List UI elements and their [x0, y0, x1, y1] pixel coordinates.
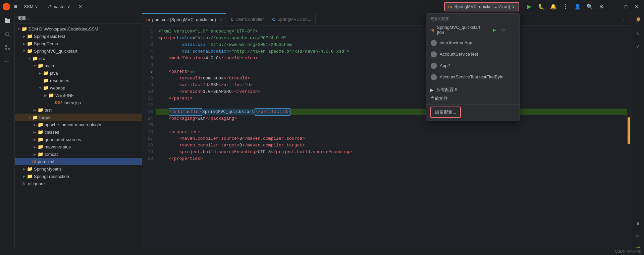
tree-item-maven-status[interactable]: ▶ 📁 maven-status	[15, 143, 142, 150]
main-layout: ··· 项目 ∨ ▼ 📁 SSM D:\Workspace\Code\idea\…	[0, 13, 644, 255]
right-icon-arrow-down[interactable]: ∨	[632, 40, 644, 52]
dropdown-item-springmvc[interactable]: m SpringMVC_quickstart [ton ▶ ⚙ ⋮	[426, 23, 520, 37]
dropdown-item-testfindbyid[interactable]: ⬤ AccountServiceTest.testFindById	[426, 71, 520, 82]
run-config-dropdown[interactable]: 最近的配置 m SpringMVC_quickstart [ton ▶ ⚙ ⋮ …	[426, 13, 520, 121]
tree-item-springbasictest[interactable]: ▶ 📁 SpringBasicTest	[15, 33, 142, 40]
tree-item-tomcat-maven[interactable]: ▶ 📁 apache-tomcat-maven-plugin	[15, 121, 142, 128]
expand-arrow: ▼	[21, 48, 27, 54]
tab-icon: C	[230, 17, 233, 22]
dropdown-section-title: 最近的配置	[426, 14, 520, 23]
app-logo: 🔴	[3, 3, 10, 10]
settings-button[interactable]: ⚙	[597, 2, 606, 11]
dot-icon: ⬤	[430, 62, 437, 69]
tree-item-springmvc[interactable]: ▼ 📁 SpringMVC_quickstart	[15, 47, 142, 55]
tree-item-main[interactable]: ▼ 📁 main	[15, 62, 142, 69]
tree-item-test[interactable]: ▶ 📁 test	[15, 106, 142, 114]
folder-icon: 📁	[38, 122, 43, 127]
tree-item-tomcat[interactable]: ▶ 📁 tomcat	[15, 150, 142, 158]
expand-arrow: ▶	[32, 122, 38, 127]
profile-button[interactable]: 👤	[573, 2, 582, 11]
folder-icon: 📁	[27, 34, 33, 39]
tree-item-webinf[interactable]: ▶ 📁 WEB-INF	[15, 91, 142, 99]
tree-item-springdemo[interactable]: ▶ 📁 SpringDemo	[15, 40, 142, 47]
sidebar-item-search[interactable]	[1, 28, 13, 40]
current-file-label: 当前文件	[430, 95, 448, 102]
expand-arrow: ▼	[38, 85, 43, 90]
code-line-1: <?xml version="1.0" encoding="UTF-8"?>	[156, 28, 627, 35]
tree-item-ssm[interactable]: ▼ 📁 SSM D:\Workspace\Code\idea\SSM	[15, 25, 142, 33]
more-action-btn[interactable]: ⋮	[508, 26, 516, 34]
expand-arrow	[38, 78, 43, 83]
tree-item-target[interactable]: ▼ 📁 target	[15, 114, 142, 121]
dropdown-item-app[interactable]: ⬤ com.itheima.App	[426, 37, 520, 48]
more-options-button[interactable]: ⋮	[561, 2, 570, 11]
hamburger-menu[interactable]: ≡	[13, 2, 18, 11]
tree-item-classes[interactable]: ▶ 📁 classes	[15, 128, 142, 136]
dropdown-current-file[interactable]: 当前文件	[426, 94, 520, 103]
toolbar-actions: ▶ 🐛 🔔 ⋮ 👤 🔍 ⚙	[525, 2, 606, 11]
run-action-btn[interactable]: ▶	[491, 26, 498, 34]
scrollbar-thumb[interactable]	[628, 117, 630, 144]
tree-item-resources[interactable]: 📁 resources	[15, 77, 142, 84]
minimize-button[interactable]: ─	[610, 2, 620, 11]
dropdown-item-label: com.itheima.App	[440, 40, 472, 45]
line-num-15: 15	[142, 122, 153, 129]
tab-label: SpringMVCCon...	[277, 17, 311, 22]
line-num-4: 4	[142, 48, 153, 55]
right-icon-d[interactable]: D	[632, 230, 644, 242]
folder-icon: 📁	[43, 85, 49, 90]
dropdown-item-label: AccountServiceTest	[440, 52, 478, 57]
svg-point-0	[5, 32, 9, 36]
sidebar-item-more[interactable]: ···	[1, 55, 13, 67]
sidebar-item-git[interactable]	[1, 42, 13, 54]
right-icon-m[interactable]: m	[632, 217, 644, 230]
code-editor[interactable]: <?xml version="1.0" encoding="UTF-8"?> <…	[156, 25, 627, 255]
expand-arrow: ▶	[21, 174, 27, 179]
dropdown-item-accountservice[interactable]: ⬤ AccountServiceTest	[426, 48, 520, 60]
expand-arrow	[27, 159, 32, 164]
folder-icon: 📁	[43, 70, 49, 76]
tab-pom[interactable]: m pom.xml (SpringMVC_quickstart) ✕	[142, 13, 226, 25]
close-project[interactable]: ✕	[76, 3, 85, 10]
dot-icon: ⬤	[430, 73, 437, 80]
project-menu[interactable]: SSM ∨	[21, 3, 41, 10]
line-num-13: 13	[142, 109, 153, 115]
tree-item-generated-sources[interactable]: ▶ 📁 generated-sources	[15, 136, 142, 143]
tree-item-gitignore[interactable]: ⊘ .gitignore	[15, 180, 142, 187]
dropdown-all-configs[interactable]: ▶ 所有配置 5	[426, 85, 520, 94]
folder-icon: 📁	[32, 115, 38, 120]
right-icon-notifications[interactable]: ⚠ 6	[632, 15, 644, 27]
dropdown-item-app2[interactable]: ⬤ App2	[426, 60, 520, 71]
tree-item-src[interactable]: ▼ 📁 src	[15, 55, 142, 62]
minimap-scrollbar[interactable]	[627, 25, 631, 255]
dropdown-item-label: SpringMVC_quickstart [ton	[437, 25, 488, 35]
tree-item-java[interactable]: ▶ 📁 java	[15, 69, 142, 77]
edit-config-button[interactable]: 编辑配置...	[430, 107, 461, 118]
code-line-13: <artifactId>SpringMVC_quickstart</artifa…	[156, 109, 627, 115]
search-button[interactable]: 🔍	[585, 2, 594, 11]
tab-action-btn[interactable]: ⋮	[620, 15, 628, 23]
tree-item-webapp[interactable]: ▼ 📁 webapp	[15, 84, 142, 91]
warning-count: 6	[637, 17, 640, 21]
maximize-button[interactable]: □	[621, 2, 631, 11]
run-button[interactable]: ▶	[525, 2, 534, 11]
tab-usercontroller[interactable]: C UserController	[226, 13, 268, 25]
debug-action-btn[interactable]: ⚙	[499, 26, 507, 34]
status-right: CSDN @孙涵希	[615, 249, 641, 254]
tab-close-btn[interactable]: ✕	[219, 18, 222, 21]
run-config-button[interactable]: m SpringMVC_quicks...at7:run] ∨	[444, 2, 519, 11]
debug-button[interactable]: 🐛	[537, 2, 546, 11]
line-num-10: 10	[142, 88, 153, 95]
line-num-14: 14	[142, 115, 153, 122]
tree-item-springtransaction[interactable]: ▶ 📁 SpringTransaction	[15, 173, 142, 180]
notifications-button[interactable]: 🔔	[549, 2, 558, 11]
branch-label: master	[53, 4, 66, 9]
tree-item-indexjsp[interactable]: JSP index.jsp	[15, 99, 142, 106]
close-button[interactable]: ✕	[632, 2, 641, 11]
branch-menu[interactable]: ⎇ master ∨	[44, 3, 73, 10]
tree-item-pom[interactable]: m pom.xml	[15, 158, 142, 165]
sidebar-item-folder[interactable]	[1, 15, 13, 27]
tab-springmvccon[interactable]: C SpringMVCCon...	[268, 13, 316, 25]
right-icon-arrow-up[interactable]: ∧	[632, 27, 644, 40]
tree-item-springmybatis[interactable]: ▶ 📁 SpringMybatis	[15, 165, 142, 173]
